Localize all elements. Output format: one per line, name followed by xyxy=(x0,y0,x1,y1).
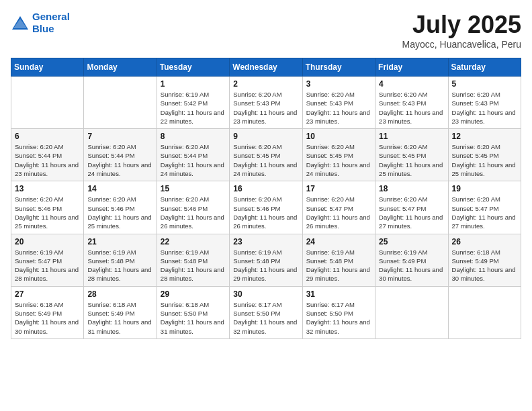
calendar-cell: 26Sunrise: 6:18 AM Sunset: 5:49 PM Dayli… xyxy=(448,234,521,286)
cell-info-text: Sunrise: 6:18 AM Sunset: 5:50 PM Dayligh… xyxy=(161,300,226,336)
calendar-cell: 29Sunrise: 6:18 AM Sunset: 5:50 PM Dayli… xyxy=(157,286,229,338)
calendar-location: Mayocc, Huancavelica, Peru xyxy=(402,39,521,50)
cell-day-number: 11 xyxy=(379,132,444,141)
cell-info-text: Sunrise: 6:19 AM Sunset: 5:49 PM Dayligh… xyxy=(379,248,444,283)
cell-day-number: 6 xyxy=(15,132,80,141)
weekday-header-sunday: Sunday xyxy=(11,58,84,77)
cell-day-number: 7 xyxy=(87,132,152,141)
calendar-cell: 14Sunrise: 6:20 AM Sunset: 5:46 PM Dayli… xyxy=(84,181,157,234)
cell-info-text: Sunrise: 6:18 AM Sunset: 5:49 PM Dayligh… xyxy=(15,300,80,336)
cell-info-text: Sunrise: 6:19 AM Sunset: 5:48 PM Dayligh… xyxy=(233,248,298,283)
cell-info-text: Sunrise: 6:17 AM Sunset: 5:50 PM Dayligh… xyxy=(306,300,371,336)
cell-day-number: 29 xyxy=(161,289,226,299)
cell-info-text: Sunrise: 6:20 AM Sunset: 5:43 PM Dayligh… xyxy=(452,90,517,126)
weekday-header-thursday: Thursday xyxy=(302,58,375,77)
cell-info-text: Sunrise: 6:20 AM Sunset: 5:47 PM Dayligh… xyxy=(452,195,517,230)
calendar-cell: 20Sunrise: 6:19 AM Sunset: 5:47 PM Dayli… xyxy=(11,234,84,286)
cell-info-text: Sunrise: 6:20 AM Sunset: 5:46 PM Dayligh… xyxy=(15,195,80,230)
calendar-cell: 13Sunrise: 6:20 AM Sunset: 5:46 PM Dayli… xyxy=(11,181,84,234)
weekday-header-wednesday: Wednesday xyxy=(230,58,302,77)
calendar-cell: 18Sunrise: 6:20 AM Sunset: 5:47 PM Dayli… xyxy=(375,181,448,234)
cell-info-text: Sunrise: 6:20 AM Sunset: 5:46 PM Dayligh… xyxy=(87,195,152,230)
cell-info-text: Sunrise: 6:19 AM Sunset: 5:48 PM Dayligh… xyxy=(87,248,152,283)
calendar-cell: 15Sunrise: 6:20 AM Sunset: 5:46 PM Dayli… xyxy=(157,181,229,234)
cell-day-number: 8 xyxy=(161,132,226,141)
weekday-header-monday: Monday xyxy=(84,58,157,77)
cell-info-text: Sunrise: 6:18 AM Sunset: 5:49 PM Dayligh… xyxy=(87,300,152,336)
calendar-cell xyxy=(448,286,521,338)
cell-day-number: 4 xyxy=(379,79,444,89)
cell-info-text: Sunrise: 6:20 AM Sunset: 5:47 PM Dayligh… xyxy=(306,195,371,230)
cell-day-number: 28 xyxy=(87,289,152,299)
calendar-cell: 6Sunrise: 6:20 AM Sunset: 5:44 PM Daylig… xyxy=(11,129,84,181)
cell-day-number: 25 xyxy=(379,237,444,246)
cell-day-number: 24 xyxy=(306,237,371,246)
calendar-cell: 5Sunrise: 6:20 AM Sunset: 5:43 PM Daylig… xyxy=(448,77,521,129)
weekday-header-friday: Friday xyxy=(375,58,448,77)
cell-day-number: 5 xyxy=(452,79,517,89)
calendar-cell: 12Sunrise: 6:20 AM Sunset: 5:45 PM Dayli… xyxy=(448,129,521,181)
title-block: July 2025 Mayocc, Huancavelica, Peru xyxy=(402,11,521,50)
cell-info-text: Sunrise: 6:20 AM Sunset: 5:44 PM Dayligh… xyxy=(87,142,152,178)
calendar-week-3: 13Sunrise: 6:20 AM Sunset: 5:46 PM Dayli… xyxy=(11,181,521,234)
cell-info-text: Sunrise: 6:20 AM Sunset: 5:43 PM Dayligh… xyxy=(233,90,298,126)
cell-day-number: 27 xyxy=(15,289,80,299)
calendar-cell: 4Sunrise: 6:20 AM Sunset: 5:43 PM Daylig… xyxy=(375,77,448,129)
calendar-header-row: SundayMondayTuesdayWednesdayThursdayFrid… xyxy=(11,58,521,77)
calendar-cell: 1Sunrise: 6:19 AM Sunset: 5:42 PM Daylig… xyxy=(157,77,229,129)
cell-info-text: Sunrise: 6:20 AM Sunset: 5:45 PM Dayligh… xyxy=(379,142,444,178)
cell-info-text: Sunrise: 6:19 AM Sunset: 5:47 PM Dayligh… xyxy=(15,248,80,283)
logo-general: General xyxy=(32,11,70,22)
calendar-cell: 17Sunrise: 6:20 AM Sunset: 5:47 PM Dayli… xyxy=(302,181,375,234)
cell-day-number: 10 xyxy=(306,132,371,141)
cell-day-number: 26 xyxy=(452,237,517,246)
cell-day-number: 22 xyxy=(161,237,226,246)
cell-info-text: Sunrise: 6:20 AM Sunset: 5:44 PM Dayligh… xyxy=(15,142,80,178)
calendar-cell: 22Sunrise: 6:19 AM Sunset: 5:48 PM Dayli… xyxy=(157,234,229,286)
cell-day-number: 18 xyxy=(379,184,444,193)
calendar-cell: 30Sunrise: 6:17 AM Sunset: 5:50 PM Dayli… xyxy=(230,286,302,338)
cell-info-text: Sunrise: 6:20 AM Sunset: 5:46 PM Dayligh… xyxy=(233,195,298,230)
calendar-cell: 21Sunrise: 6:19 AM Sunset: 5:48 PM Dayli… xyxy=(84,234,157,286)
cell-info-text: Sunrise: 6:20 AM Sunset: 5:43 PM Dayligh… xyxy=(379,90,444,126)
cell-info-text: Sunrise: 6:20 AM Sunset: 5:47 PM Dayligh… xyxy=(379,195,444,230)
cell-day-number: 14 xyxy=(87,184,152,193)
cell-info-text: Sunrise: 6:19 AM Sunset: 5:48 PM Dayligh… xyxy=(306,248,371,283)
page-header: General Blue July 2025 Mayocc, Huancavel… xyxy=(11,11,521,50)
calendar-cell xyxy=(84,77,157,129)
cell-info-text: Sunrise: 6:20 AM Sunset: 5:45 PM Dayligh… xyxy=(306,142,371,178)
cell-day-number: 16 xyxy=(233,184,298,193)
calendar-cell xyxy=(11,77,84,129)
cell-day-number: 9 xyxy=(233,132,298,141)
cell-day-number: 12 xyxy=(452,132,517,141)
weekday-header-saturday: Saturday xyxy=(448,58,521,77)
calendar-cell: 23Sunrise: 6:19 AM Sunset: 5:48 PM Dayli… xyxy=(230,234,302,286)
cell-day-number: 3 xyxy=(306,79,371,89)
calendar-week-1: 1Sunrise: 6:19 AM Sunset: 5:42 PM Daylig… xyxy=(11,77,521,129)
cell-day-number: 17 xyxy=(306,184,371,193)
calendar-cell: 2Sunrise: 6:20 AM Sunset: 5:43 PM Daylig… xyxy=(230,77,302,129)
calendar-cell: 24Sunrise: 6:19 AM Sunset: 5:48 PM Dayli… xyxy=(302,234,375,286)
calendar-week-5: 27Sunrise: 6:18 AM Sunset: 5:49 PM Dayli… xyxy=(11,286,521,338)
cell-info-text: Sunrise: 6:20 AM Sunset: 5:44 PM Dayligh… xyxy=(161,142,226,178)
cell-day-number: 19 xyxy=(452,184,517,193)
calendar-cell: 11Sunrise: 6:20 AM Sunset: 5:45 PM Dayli… xyxy=(375,129,448,181)
cell-info-text: Sunrise: 6:19 AM Sunset: 5:42 PM Dayligh… xyxy=(161,90,226,126)
calendar-cell: 10Sunrise: 6:20 AM Sunset: 5:45 PM Dayli… xyxy=(302,129,375,181)
calendar-table: SundayMondayTuesdayWednesdayThursdayFrid… xyxy=(11,58,521,339)
cell-day-number: 30 xyxy=(233,289,298,299)
calendar-cell: 28Sunrise: 6:18 AM Sunset: 5:49 PM Dayli… xyxy=(84,286,157,338)
calendar-week-4: 20Sunrise: 6:19 AM Sunset: 5:47 PM Dayli… xyxy=(11,234,521,286)
logo: General Blue xyxy=(11,11,70,35)
cell-day-number: 15 xyxy=(161,184,226,193)
logo-icon xyxy=(11,15,30,31)
cell-day-number: 2 xyxy=(233,79,298,89)
cell-info-text: Sunrise: 6:19 AM Sunset: 5:48 PM Dayligh… xyxy=(161,248,226,283)
calendar-cell: 8Sunrise: 6:20 AM Sunset: 5:44 PM Daylig… xyxy=(157,129,229,181)
logo-blue: Blue xyxy=(32,23,54,34)
cell-day-number: 21 xyxy=(87,237,152,246)
cell-info-text: Sunrise: 6:20 AM Sunset: 5:45 PM Dayligh… xyxy=(233,142,298,178)
cell-day-number: 20 xyxy=(15,237,80,246)
cell-info-text: Sunrise: 6:20 AM Sunset: 5:45 PM Dayligh… xyxy=(452,142,517,178)
weekday-header-tuesday: Tuesday xyxy=(157,58,229,77)
